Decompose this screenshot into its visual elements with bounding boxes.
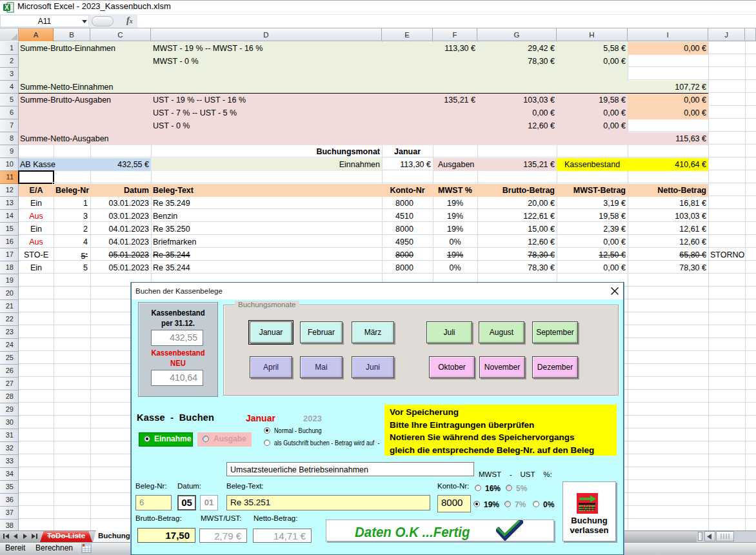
svg-text:X: X — [5, 4, 9, 11]
svg-text:EXIT: EXIT — [579, 503, 595, 513]
